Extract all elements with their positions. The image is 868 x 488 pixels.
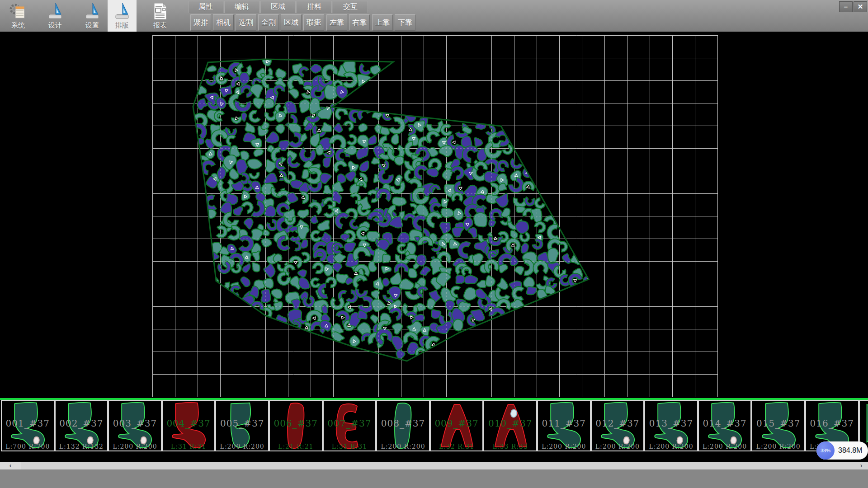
piece-left-right-count: L:32 R:31 [431, 443, 483, 450]
settings-ruler-icon [83, 1, 102, 21]
memory-usage: 384.8M [838, 446, 862, 455]
piece-left-right-count: L:200 R:200 [109, 443, 161, 450]
piece-id: 015_#37 [752, 418, 804, 429]
app-tab-report[interactable]: 报表 [146, 0, 175, 32]
piece-id: 010_#37 [484, 418, 536, 429]
progress-circle-icon: 38% [816, 441, 835, 460]
piece-id: 004_#37 [163, 418, 215, 429]
minimize-icon: – [844, 3, 848, 10]
app-tab-label: 设置 [85, 21, 99, 29]
scroll-right-icon: › [860, 462, 863, 469]
piece-cell-3[interactable]: 003_#37L:200 R:200 [108, 400, 162, 451]
piece-id: 0 [860, 418, 868, 429]
piece-left-right-count: L:200 R:200 [752, 443, 804, 450]
tool-4-secondary[interactable]: 全割 [258, 14, 279, 31]
menu-4-primary[interactable]: 排料 [297, 1, 332, 13]
status-badge: 38% 384.8M [816, 441, 868, 460]
design-ruler-icon [46, 1, 65, 21]
piece-left-right-count: L:200 R:200 [699, 443, 751, 450]
nesting-canvas[interactable] [0, 32, 868, 398]
app-window: 系统设计设置排版报表 属性编辑区域排料交互 聚排相机选割全割区域瑕疵左靠右靠上靠… [0, 0, 868, 488]
piece-id: 008_#37 [377, 418, 429, 429]
scroll-left-button[interactable]: ‹ [0, 462, 21, 469]
app-tab-label: 报表 [153, 21, 167, 29]
tool-6-secondary[interactable]: 瑕疵 [303, 14, 324, 31]
menu-5-primary[interactable]: 交互 [333, 1, 368, 13]
tool-10-secondary[interactable]: 下靠 [395, 14, 415, 31]
piece-id: 005_#37 [216, 418, 268, 429]
piece-cell-8[interactable]: 008_#37L:200 R:200 [376, 400, 430, 451]
piece-left-right-count: L:200 R:200 [216, 443, 268, 450]
piece-cell-2[interactable]: 002_#37L:132 R:132 [55, 400, 108, 451]
menu-3-primary[interactable]: 区域 [260, 1, 296, 13]
piece-cell-10[interactable]: 010_#37L:33 R:33 [483, 400, 537, 451]
piece-left-right-count: L:31 R:31 [163, 443, 215, 450]
piece-cell-14[interactable]: 014_#37L:200 R:200 [698, 400, 752, 451]
piece-id: 012_#37 [592, 418, 644, 429]
minimize-button[interactable]: – [839, 1, 853, 12]
horizontal-scrollbar[interactable]: ‹ › [0, 462, 868, 469]
piece-left-right-count: L:33 R:33 [484, 443, 536, 450]
window-bottom-frame [0, 469, 868, 488]
top-toolbar: 系统设计设置排版报表 属性编辑区域排料交互 聚排相机选割全割区域瑕疵左靠右靠上靠… [0, 0, 868, 33]
scroll-right-button[interactable]: › [854, 462, 868, 469]
piece-cell-5[interactable]: 005_#37L:200 R:200 [215, 400, 269, 451]
piece-left-right-count: L:200 R:200 [377, 443, 429, 450]
piece-cell-12[interactable]: 012_#37L:200 R:200 [591, 400, 645, 451]
piece-left-right-count: L:200 R:200 [538, 443, 590, 450]
piece-id: 002_#37 [56, 418, 108, 429]
piece-cell-1[interactable]: 001_#37L:700 R:700 [1, 400, 55, 451]
tool-3-secondary[interactable]: 选割 [236, 14, 256, 31]
piece-id: 014_#37 [699, 418, 751, 429]
piece-left-right-count: L:31 R:31 [324, 443, 376, 450]
piece-cell-7[interactable]: 007_#37L:31 R:31 [323, 400, 377, 451]
piece-left-right-count: L:132 R:132 [56, 443, 108, 450]
piece-cell-13[interactable]: 013_#37L:200 R:200 [644, 400, 698, 451]
progress-percent: 38% [821, 448, 830, 453]
app-tab-label: 系统 [11, 21, 25, 29]
close-icon: ✕ [858, 3, 863, 10]
app-tab-system[interactable]: 系统 [4, 0, 33, 32]
app-tab-nesting[interactable]: 排版 [108, 0, 137, 32]
piece-left-right-count: L:21 R:21 [270, 443, 322, 450]
piece-thumbnail-strip: 001_#37L:700 R:700002_#37L:132 R:132003_… [0, 400, 868, 452]
menu-2-primary[interactable]: 编辑 [224, 1, 259, 13]
piece-id: 007_#37 [324, 418, 376, 429]
piece-left-right-count: L:200 R:200 [592, 443, 644, 450]
app-tab-settings[interactable]: 设置 [78, 0, 107, 32]
piece-id: 011_#37 [538, 418, 590, 429]
app-tab-label: 设计 [48, 21, 62, 29]
nesting-ruler-icon [113, 1, 132, 21]
piece-id: 006_#37 [270, 418, 322, 429]
piece-cell-6[interactable]: 006_#37L:21 R:21 [269, 400, 323, 451]
piece-id: 003_#37 [109, 418, 161, 429]
piece-cell-9[interactable]: 009_#37L:32 R:31 [430, 400, 484, 451]
piece-left-right-count: L:700 R:700 [2, 443, 54, 450]
system-gear-icon [9, 1, 28, 21]
tool-5-secondary[interactable]: 区域 [281, 14, 302, 31]
menu-1-primary[interactable]: 属性 [188, 1, 223, 13]
tool-2-secondary[interactable]: 相机 [213, 14, 234, 31]
piece-id: 013_#37 [645, 418, 697, 429]
tool-8-secondary[interactable]: 右靠 [349, 14, 370, 31]
app-tab-label: 排版 [115, 21, 129, 29]
piece-left-right-count: L:200 R:200 [645, 443, 697, 450]
piece-id: 009_#37 [431, 418, 483, 429]
tool-9-secondary[interactable]: 上靠 [372, 14, 393, 31]
piece-cell-4[interactable]: 004_#37L:31 R:31 [162, 400, 216, 451]
report-doc-icon [151, 1, 170, 21]
close-button[interactable]: ✕ [854, 1, 867, 12]
app-tab-design[interactable]: 设计 [41, 0, 70, 32]
piece-cell-15[interactable]: 015_#37L:200 R:200 [751, 400, 805, 451]
scroll-left-icon: ‹ [9, 462, 12, 469]
piece-cell-11[interactable]: 011_#37L:200 R:200 [537, 400, 591, 451]
tool-1-secondary[interactable]: 聚排 [190, 14, 211, 31]
piece-id: 016_#37 [806, 418, 858, 429]
piece-id: 001_#37 [2, 418, 54, 429]
tool-7-secondary[interactable]: 左靠 [326, 14, 347, 31]
